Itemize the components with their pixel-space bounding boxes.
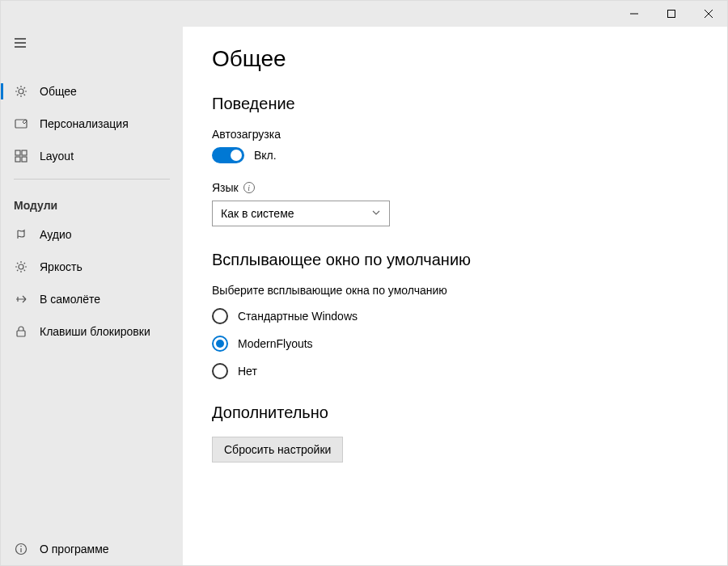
flyout-help-text: Выберите всплывающие окна по умолчанию (212, 284, 698, 297)
section-default-flyout: Всплывающее окно по умолчанию Выберите в… (212, 251, 698, 379)
language-value: Как в системе (221, 207, 294, 220)
close-button[interactable] (690, 1, 727, 27)
sidebar-item-label: Яркость (40, 260, 83, 273)
minimize-button[interactable] (616, 1, 653, 27)
language-select[interactable]: Как в системе (212, 201, 390, 226)
pencil-icon (14, 116, 28, 131)
svg-rect-8 (15, 120, 27, 128)
svg-rect-10 (22, 150, 27, 155)
sidebar-item-airplane[interactable]: В самолёте (1, 283, 183, 315)
radio-label: Нет (238, 365, 257, 378)
sidebar-item-label: Общее (40, 85, 77, 98)
section-title: Поведение (212, 95, 698, 113)
svg-point-17 (20, 546, 22, 547)
svg-rect-9 (15, 150, 20, 155)
sidebar-item-brightness[interactable]: Яркость (1, 251, 183, 283)
sidebar-item-lockkeys[interactable]: Клавиши блокировки (1, 315, 183, 348)
autostart-state: Вкл. (254, 149, 277, 162)
sidebar-item-label: Персонализация (40, 117, 129, 130)
reset-button[interactable]: Сбросить настройки (212, 437, 343, 463)
chevron-down-icon (371, 207, 381, 220)
info-icon (14, 542, 28, 556)
sidebar-item-label: Клавиши блокировки (40, 325, 150, 338)
sidebar-item-personalization[interactable]: Персонализация (1, 108, 183, 140)
sidebar-item-label: Аудио (40, 228, 72, 241)
radio-icon (212, 336, 228, 352)
content-area: Общее Поведение Автозагрузка Вкл. Язык i… (183, 27, 727, 565)
lock-icon (14, 324, 28, 339)
gear-icon (14, 84, 28, 99)
radio-label: Стандартные Windows (238, 310, 358, 323)
nav-divider (14, 179, 170, 180)
autostart-toggle[interactable] (212, 147, 244, 163)
language-label: Язык i (212, 181, 698, 194)
svg-rect-12 (22, 157, 27, 162)
sidebar-item-about[interactable]: О программе (1, 533, 183, 565)
radio-option-modernflyouts[interactable]: ModernFlyouts (212, 336, 698, 352)
radio-option-windows[interactable]: Стандартные Windows (212, 308, 698, 324)
brightness-icon (14, 260, 28, 274)
section-title: Дополнительно (212, 403, 698, 422)
svg-point-13 (19, 264, 23, 269)
radio-icon (212, 308, 228, 324)
svg-point-7 (19, 89, 23, 94)
sidebar: Общее Персонализация Layout Модули Аудио (1, 27, 183, 565)
radio-label: ModernFlyouts (238, 337, 313, 350)
sidebar-item-layout[interactable]: Layout (1, 140, 183, 172)
maximize-button[interactable] (653, 1, 690, 27)
svg-rect-1 (668, 11, 675, 18)
sidebar-item-label: Layout (40, 150, 74, 163)
grid-icon (14, 149, 28, 163)
section-title: Всплывающее окно по умолчанию (212, 251, 698, 269)
sidebar-item-audio[interactable]: Аудио (1, 218, 183, 251)
svg-rect-11 (15, 157, 20, 162)
sidebar-item-label: В самолёте (40, 293, 100, 306)
nav-section-label: Модули (1, 186, 183, 218)
svg-rect-14 (17, 331, 25, 336)
sidebar-item-general[interactable]: Общее (1, 75, 183, 108)
section-advanced: Дополнительно Сбросить настройки (212, 403, 698, 463)
radio-icon (212, 363, 228, 379)
section-behavior: Поведение Автозагрузка Вкл. Язык i Как в… (212, 95, 698, 226)
page-title: Общее (212, 46, 698, 72)
autostart-label: Автозагрузка (212, 128, 698, 141)
info-icon[interactable]: i (243, 182, 255, 193)
sidebar-item-label: О программе (40, 543, 109, 555)
airplane-icon (14, 292, 28, 306)
hamburger-button[interactable] (1, 27, 183, 59)
titlebar (1, 1, 727, 27)
audio-icon (14, 227, 28, 242)
radio-option-none[interactable]: Нет (212, 363, 698, 379)
